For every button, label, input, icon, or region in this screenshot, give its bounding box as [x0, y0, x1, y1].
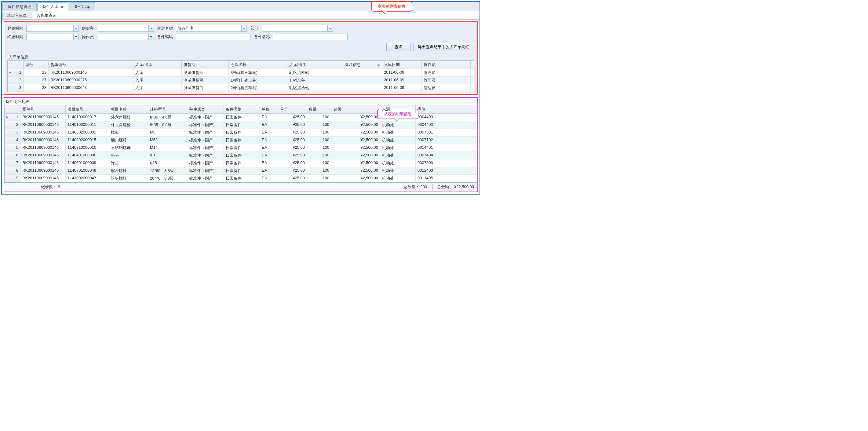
cell: RK20110609000146	[21, 167, 66, 175]
column-header[interactable]: 操作员	[422, 61, 471, 69]
column-header[interactable]: 入库日期	[382, 61, 422, 69]
cell: 日常备件	[224, 129, 260, 136]
input-warehouse[interactable]	[176, 25, 247, 32]
dropdown-button[interactable]	[149, 25, 154, 32]
cell: 日常备件	[224, 167, 260, 175]
table-row[interactable]: 5RK201106090001461140310000010不锈钢螺母M14标准…	[5, 144, 477, 152]
dropdown-button[interactable]	[241, 25, 247, 32]
export-button[interactable]: 导出查询结果中的入库单明细	[413, 43, 474, 51]
column-header[interactable]: 货单编号	[49, 61, 133, 69]
cell: 入库	[133, 69, 182, 76]
cell: ¥2,500.00	[331, 152, 380, 159]
table-row[interactable]: 3RK201106090001461140302000002螺母M8标准件（国产…	[5, 129, 477, 136]
table-row[interactable]: ▸123RK20110609000146入库测试供货商3#库(检三车间)轧区点检…	[8, 69, 474, 77]
input-part-name[interactable]	[273, 34, 347, 40]
column-header[interactable]: 项目编号	[66, 105, 109, 113]
cell: 机动处	[380, 144, 416, 152]
cell: 2011-06-09	[382, 69, 422, 76]
column-header[interactable]: 编号	[24, 61, 49, 69]
close-icon[interactable]: ×	[61, 5, 63, 9]
callout-master-text: 主表的列表信息	[378, 4, 406, 8]
column-header[interactable]: 入库部门	[287, 61, 343, 69]
cell: ¥25.00	[278, 121, 307, 129]
tab-备件信息管理[interactable]: 备件信息管理	[2, 2, 37, 11]
input-start-time[interactable]	[26, 25, 79, 32]
row-marker-icon	[5, 175, 10, 182]
cell: RK20110609000643	[49, 84, 133, 92]
column-header[interactable]: 数量	[307, 105, 331, 113]
row-index: 1	[10, 114, 21, 121]
input-end-time[interactable]	[26, 34, 79, 40]
column-header[interactable]: 库位	[416, 105, 455, 113]
cell: 1140302000015	[66, 136, 109, 144]
subtab-填写入库单[interactable]: 填写入库单	[2, 11, 31, 19]
cell: ¥2,500.00	[331, 167, 380, 175]
input-operator[interactable]	[98, 34, 154, 40]
tab-备件出库[interactable]: 备件出库	[69, 2, 95, 11]
master-title: 入库单信息	[8, 54, 474, 60]
column-header[interactable]: 来源	[380, 105, 416, 113]
column-header[interactable]: 备注信息	[343, 61, 382, 69]
cell: 0311405	[416, 175, 455, 182]
column-header[interactable]: 入库/出库	[133, 61, 182, 69]
input-supplier[interactable]	[98, 25, 154, 32]
cell: 双头螺栓	[109, 175, 148, 182]
table-row[interactable]: 8RK201106090001461140701000049配合螺栓12*60 …	[5, 167, 477, 175]
input-part-code[interactable]	[176, 34, 250, 40]
cell: 管理员	[422, 69, 471, 76]
table-row[interactable]: 2RK201106090001461140103000011外六角螺栓8*35 …	[5, 121, 477, 129]
cell: 0304403	[416, 121, 455, 129]
query-button[interactable]: 查询	[386, 43, 411, 51]
cell: M8	[148, 129, 187, 136]
cell: RK20110609000146	[21, 159, 66, 167]
table-row[interactable]: 328RK20110609000643入库测试供货商2#库(检三车间)轧区点检站…	[8, 84, 474, 92]
table-row[interactable]: 4RK201106090001461140302000015细扣螺母M52标准件…	[5, 136, 477, 144]
column-header[interactable]: 单位	[260, 105, 278, 113]
table-row[interactable]: 6RK201106090001461140401000006平垫φ8标准件（国产…	[5, 152, 477, 159]
tab-label: 备件入库	[42, 4, 58, 9]
input-dept[interactable]	[262, 25, 333, 32]
cell: 标准件（国产）	[187, 136, 224, 144]
row-index: 5	[10, 144, 21, 152]
table-row[interactable]: 7RK201106090001461140501000009弹垫φ18标准件（国…	[5, 159, 477, 167]
subtab-入库单查询[interactable]: 入库单查询	[32, 11, 61, 19]
detail-footer: 记录数： 9 总数量： 900 总金额： ¥22,500.00	[4, 183, 477, 191]
cell: 标准件（国产）	[187, 152, 224, 159]
cell: 测试供货商	[182, 69, 229, 76]
column-header[interactable]: 项目名称	[109, 105, 148, 113]
column-header[interactable]: 单价	[278, 105, 307, 113]
dropdown-button[interactable]	[73, 25, 79, 32]
cell: 外六角螺栓	[109, 114, 148, 121]
tab-label: 备件信息管理	[8, 4, 31, 9]
table-row[interactable]: 227RK20110609000275入库测试供货商1#库(轧钢准备)轧钢准备2…	[8, 77, 474, 84]
cell: 12*60 8.8级	[148, 167, 187, 175]
total-qty-label: 总数量：	[403, 184, 419, 189]
cell: 100	[307, 121, 331, 129]
column-header[interactable]: 备件属类	[187, 105, 224, 113]
cell: M14	[148, 144, 187, 152]
column-header[interactable]: 货单号	[21, 105, 66, 113]
cell: 3#库(检三车间)	[229, 69, 287, 76]
cell: 1140103000017	[66, 114, 109, 121]
dropdown-button[interactable]	[149, 34, 154, 40]
column-header[interactable]: 仓库名称	[229, 61, 287, 69]
label-operator: 操作员	[82, 34, 96, 40]
dropdown-button[interactable]	[328, 25, 333, 32]
row-marker-icon	[5, 152, 10, 159]
cell: ¥2,500.00	[331, 175, 380, 182]
dropdown-button[interactable]	[73, 34, 79, 40]
cell: RK20110609000146	[21, 136, 66, 144]
cell: 外六角螺栓	[109, 121, 148, 129]
column-header[interactable]: 备件类别	[224, 105, 260, 113]
column-header[interactable]: 规格型号	[148, 105, 187, 113]
table-row[interactable]: 9RK201106090001461141002000047双头螺栓20*70 …	[5, 175, 477, 182]
column-header[interactable]: 供货商	[182, 61, 229, 69]
column-header[interactable]: 金额	[331, 105, 380, 113]
tab-备件入库[interactable]: 备件入库×	[37, 2, 68, 11]
cell: RK20110609000146	[21, 175, 66, 182]
cell: ¥2,500.00	[331, 159, 380, 167]
total-qty-value: 900	[421, 184, 427, 189]
cell: 1#库(轧钢准备)	[229, 77, 287, 84]
cell: 管理员	[422, 77, 471, 84]
row-index-header	[10, 105, 21, 113]
